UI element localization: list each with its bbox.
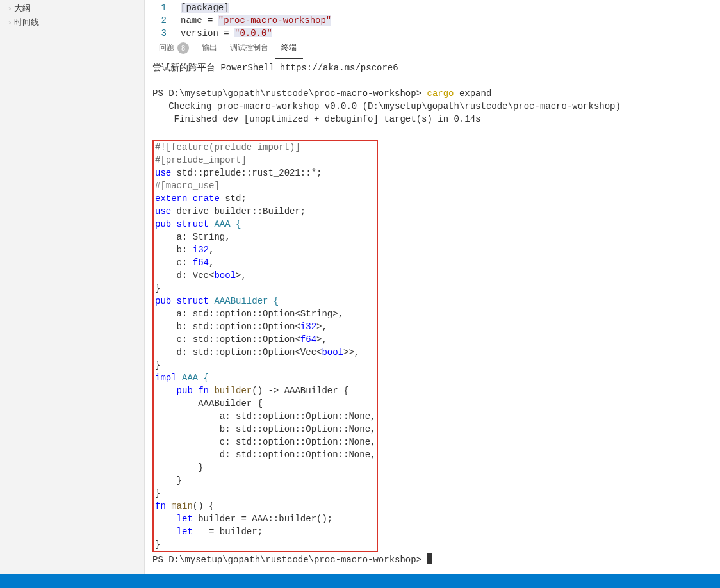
editor[interactable]: 1 [package] 2 name = "proc-macro-worksho…: [145, 0, 720, 37]
terminal[interactable]: 尝试新的跨平台 PowerShell https://aka.ms/pscore…: [145, 59, 720, 574]
powershell-hint: 尝试新的跨平台 PowerShell https://aka.ms/pscore…: [152, 63, 398, 73]
chevron-right-icon: ›: [5, 19, 14, 26]
sidebar-item-timeline[interactable]: › 时间线: [0, 15, 144, 29]
tab-problems[interactable]: 问题 8: [152, 37, 195, 59]
tab-output[interactable]: 输出: [195, 37, 224, 59]
status-bar[interactable]: [0, 574, 720, 588]
line-number: 1: [145, 1, 181, 14]
code-line[interactable]: [package]: [181, 1, 229, 14]
tab-debug-console[interactable]: 调试控制台: [224, 37, 275, 59]
terminal-output-line: Finished dev [unoptimized + debuginfo] t…: [152, 114, 480, 124]
panel-tabs: 问题 8 输出 调试控制台 终端: [145, 37, 720, 59]
terminal-command: cargo: [427, 88, 454, 99]
line-number: 3: [145, 27, 181, 37]
code-line[interactable]: name = "proc-macro-workshop": [181, 14, 331, 27]
chevron-right-icon: ›: [5, 4, 14, 12]
bottom-panel: 问题 8 输出 调试控制台 终端 尝试新的跨平台 PowerShell http…: [145, 37, 720, 574]
terminal-prompt: PS D:\mysetup\gopath\rustcode\proc-macro…: [152, 555, 427, 565]
sidebar: › 大纲 › 时间线: [0, 0, 145, 574]
terminal-output-line: Checking proc-macro-workshop v0.0.0 (D:\…: [152, 101, 621, 111]
sidebar-item-label: 大纲: [14, 3, 31, 14]
sidebar-item-label: 时间线: [14, 17, 39, 28]
sidebar-item-outline[interactable]: › 大纲: [0, 1, 144, 15]
line-number: 2: [145, 14, 181, 27]
terminal-prompt: PS D:\mysetup\gopath\rustcode\proc-macro…: [152, 88, 427, 99]
problems-badge: 8: [177, 42, 189, 54]
tab-terminal[interactable]: 终端: [275, 37, 303, 59]
code-line[interactable]: version = "0.0.0": [181, 27, 272, 37]
terminal-cursor: [427, 553, 432, 564]
expanded-code-block: #![feature(prelude_import)] #[prelude_im…: [152, 140, 378, 552]
